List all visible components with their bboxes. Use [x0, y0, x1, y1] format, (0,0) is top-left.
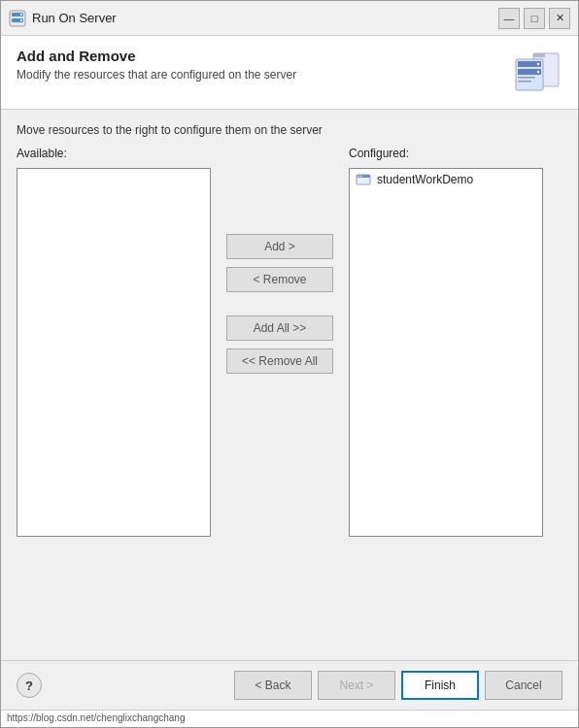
- maximize-button[interactable]: □: [524, 8, 545, 29]
- back-button[interactable]: < Back: [234, 671, 312, 700]
- svg-point-3: [20, 14, 22, 16]
- configured-label: Configured:: [349, 147, 562, 160]
- configured-panel: Configured: studentWorkDemo: [349, 147, 562, 537]
- title-bar-controls: — □ ✕: [498, 8, 570, 29]
- page-title: Add and Remove: [17, 48, 296, 64]
- main-window: Run On Server — □ ✕ Add and Remove Modif…: [0, 0, 579, 728]
- svg-point-11: [537, 71, 539, 73]
- next-button[interactable]: Next >: [318, 671, 395, 700]
- page-subtitle: Modify the resources that are configured…: [17, 68, 296, 82]
- window-title: Run On Server: [32, 11, 117, 25]
- title-bar-left: Run On Server: [9, 10, 117, 27]
- minimize-button[interactable]: —: [498, 8, 520, 29]
- available-label: Available:: [17, 147, 211, 160]
- middle-buttons: Add > < Remove Add All >> << Remove All: [211, 205, 349, 374]
- server-docs-icon: [512, 51, 562, 94]
- header-text: Add and Remove Modify the resources that…: [17, 48, 296, 82]
- available-list[interactable]: [17, 168, 211, 537]
- header-section: Add and Remove Modify the resources that…: [1, 36, 578, 110]
- window-icon: [9, 10, 26, 27]
- svg-rect-12: [518, 77, 535, 79]
- url-bar: https://blog.csdn.net/chenglixchangchang: [1, 710, 578, 727]
- svg-rect-13: [518, 81, 531, 83]
- title-bar: Run On Server — □ ✕: [1, 1, 578, 36]
- footer: ? < Back Next > Finish Cancel: [1, 660, 578, 710]
- header-icon: [512, 51, 562, 97]
- finish-button[interactable]: Finish: [401, 671, 479, 700]
- svg-point-16: [358, 176, 359, 178]
- main-content: Move resources to the right to configure…: [1, 110, 578, 660]
- configured-item-name: studentWorkDemo: [377, 173, 473, 186]
- add-button[interactable]: Add >: [226, 234, 333, 259]
- svg-point-17: [360, 176, 362, 178]
- svg-point-10: [537, 63, 539, 65]
- web-resource-icon: [356, 172, 371, 187]
- cancel-button[interactable]: Cancel: [485, 671, 562, 700]
- remove-button[interactable]: < Remove: [226, 267, 333, 292]
- instruction-text: Move resources to the right to configure…: [17, 123, 562, 137]
- svg-point-4: [20, 19, 22, 21]
- available-panel: Available:: [17, 147, 211, 537]
- footer-right: < Back Next > Finish Cancel: [234, 671, 562, 700]
- configured-list[interactable]: studentWorkDemo: [349, 168, 543, 537]
- add-all-button[interactable]: Add All >>: [226, 315, 333, 341]
- close-button[interactable]: ✕: [549, 8, 570, 29]
- list-item[interactable]: studentWorkDemo: [350, 169, 542, 190]
- panels-row: Available: Add > < Remove Add All >> << …: [17, 147, 562, 646]
- svg-rect-6: [533, 53, 545, 57]
- help-button[interactable]: ?: [17, 673, 42, 698]
- footer-left: ?: [17, 673, 42, 698]
- remove-all-button[interactable]: << Remove All: [226, 348, 333, 374]
